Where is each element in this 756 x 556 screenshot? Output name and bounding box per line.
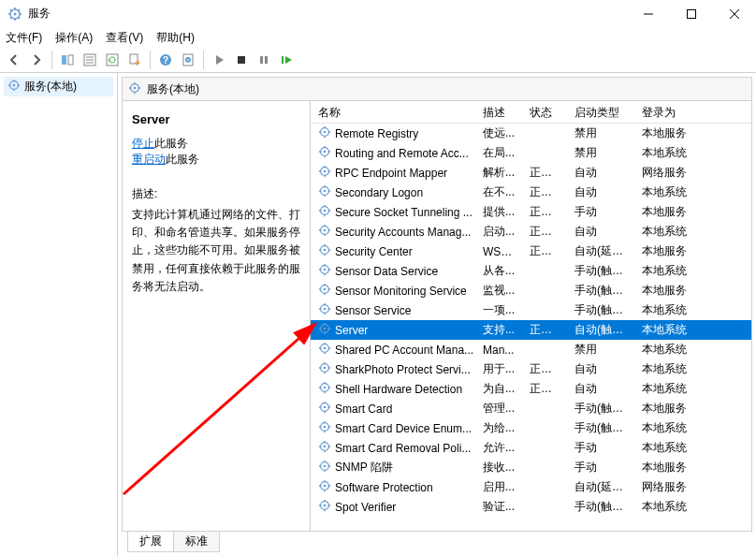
service-status: 正在...: [522, 224, 567, 240]
svg-rect-15: [265, 56, 268, 64]
service-row[interactable]: Shell Hardware Detection为自...正在...自动本地系统: [311, 379, 751, 399]
service-status: 正在...: [522, 381, 567, 397]
show-hide-button[interactable]: [57, 50, 78, 70]
svg-point-34: [324, 249, 327, 252]
service-list: 名称 描述 状态 启动类型 登录为 Remote Registry使远...禁用…: [310, 101, 751, 531]
menu-view[interactable]: 查看(V): [106, 30, 143, 46]
col-name[interactable]: 名称: [311, 101, 475, 123]
service-name: SNMP 陷阱: [335, 460, 393, 476]
title-bar: 服务: [0, 0, 756, 28]
svg-point-60: [324, 505, 327, 507]
col-desc[interactable]: 描述: [475, 101, 522, 123]
properties-button[interactable]: [80, 50, 100, 70]
service-desc: 解析...: [475, 165, 522, 181]
svg-rect-4: [68, 55, 73, 65]
service-row[interactable]: Server支持...正在...自动(触发...本地系统: [311, 320, 751, 340]
menu-help[interactable]: 帮助(H): [156, 30, 195, 46]
help-button[interactable]: ?: [155, 50, 176, 70]
gear-icon: [318, 204, 331, 220]
gear-icon: [318, 381, 331, 397]
service-row[interactable]: Sensor Data Service从各...手动(触发...本地系统: [311, 261, 751, 281]
restart-service-button[interactable]: [276, 50, 297, 70]
service-startup: 手动: [567, 440, 634, 456]
service-row[interactable]: SharkPhoto Protect Servi...用于...正在...自动本…: [311, 359, 751, 379]
service-row[interactable]: Routing and Remote Acc...在局...禁用本地系统: [311, 143, 751, 163]
back-button[interactable]: [4, 50, 24, 70]
forward-button[interactable]: [26, 50, 47, 70]
service-desc: 接收...: [475, 460, 522, 476]
service-row[interactable]: Secondary Logon在不...正在...自动本地系统: [311, 183, 751, 202]
service-row[interactable]: Sensor Service一项...手动(触发...本地系统: [311, 300, 751, 320]
service-status: 正在...: [522, 361, 567, 377]
service-row[interactable]: SNMP 陷阱接收...手动本地服务: [311, 458, 751, 477]
tab-standard[interactable]: 标准: [173, 532, 220, 552]
export-button[interactable]: [124, 50, 145, 70]
svg-point-20: [134, 86, 137, 89]
col-startup[interactable]: 启动类型: [567, 101, 634, 123]
app-icon: [7, 7, 22, 22]
menu-file[interactable]: 文件(F): [6, 30, 42, 46]
col-logon[interactable]: 登录为: [634, 101, 700, 123]
service-desc: 验证...: [475, 499, 522, 515]
restart-link[interactable]: 重启动: [132, 153, 166, 166]
service-startup: 手动: [567, 460, 634, 476]
gear-icon: [128, 81, 141, 97]
separator: [150, 51, 151, 69]
service-row[interactable]: Smart Card Removal Poli...允许...手动本地系统: [311, 438, 751, 458]
service-row[interactable]: Shared PC Account Mana...Man...禁用本地系统: [311, 340, 751, 359]
tree-root-services[interactable]: 服务(本地): [4, 77, 113, 96]
service-row[interactable]: Security Accounts Manag...启动...正在...自动本地…: [311, 222, 751, 241]
svg-point-1: [14, 12, 17, 15]
service-row[interactable]: Security CenterWSC...正在...自动(延迟...本地服务: [311, 241, 751, 261]
service-desc: Man...: [475, 344, 522, 357]
service-desc: 提供...: [475, 204, 522, 220]
service-row[interactable]: Smart Card管理...手动(触发...本地服务: [311, 399, 751, 418]
service-desc: 为给...: [475, 420, 522, 436]
list-body[interactable]: Remote Registry使远...禁用本地服务Routing and Re…: [311, 124, 751, 531]
stop-link[interactable]: 停止: [132, 137, 154, 150]
selected-service-name: Server: [132, 112, 300, 126]
svg-point-42: [324, 328, 327, 330]
menu-action[interactable]: 操作(A): [55, 30, 93, 46]
tab-extended[interactable]: 扩展: [127, 532, 174, 552]
close-button[interactable]: [713, 0, 756, 28]
gear-icon: [318, 165, 331, 181]
col-status[interactable]: 状态: [522, 101, 567, 123]
start-service-button[interactable]: [209, 50, 229, 70]
gear-icon: [318, 145, 331, 161]
maximize-button[interactable]: [670, 0, 713, 28]
service-startup: 手动(触发...: [567, 302, 634, 318]
service-logon: 本地系统: [634, 302, 700, 318]
service-row[interactable]: Spot Verifier验证...手动(触发...本地系统: [311, 497, 751, 517]
refresh-button[interactable]: [102, 50, 123, 70]
stop-service-button[interactable]: [231, 50, 252, 70]
minimize-button[interactable]: [627, 0, 670, 28]
pause-service-button[interactable]: [254, 50, 274, 70]
list-header: 名称 描述 状态 启动类型 登录为: [311, 101, 751, 124]
svg-point-30: [324, 210, 327, 212]
service-desc: 从各...: [475, 263, 522, 279]
service-name: Shell Hardware Detection: [335, 383, 462, 396]
service-name: Smart Card Removal Poli...: [335, 442, 471, 455]
service-row[interactable]: RPC Endpoint Mapper解析...正在...自动网络服务: [311, 163, 751, 183]
service-row[interactable]: Smart Card Device Enum...为给...手动(触发...本地…: [311, 418, 751, 438]
service-logon: 本地服务: [634, 460, 700, 476]
service-row[interactable]: Remote Registry使远...禁用本地服务: [311, 124, 751, 143]
service-row[interactable]: Sensor Monitoring Service监视...手动(触发...本地…: [311, 281, 751, 300]
gear-icon: [318, 479, 331, 495]
svg-point-24: [324, 151, 327, 154]
service-logon: 本地服务: [634, 243, 700, 259]
service-row[interactable]: Secure Socket Tunneling ...提供...正在...手动本…: [311, 202, 751, 222]
service-startup: 禁用: [567, 145, 634, 161]
service-row[interactable]: Software Protection启用...自动(延迟...网络服务: [311, 477, 751, 497]
svg-rect-2: [688, 9, 696, 18]
description-text: 支持此计算机通过网络的文件、打印、和命名管道共享。如果服务停止，这些功能不可用。…: [132, 206, 300, 296]
svg-point-58: [324, 485, 327, 488]
help-topics-button[interactable]: ?: [178, 50, 198, 70]
gear-icon: [318, 460, 331, 476]
service-logon: 本地系统: [634, 342, 700, 358]
service-name: SharkPhoto Protect Servi...: [335, 363, 471, 376]
gear-icon: [318, 302, 331, 318]
gear-icon: [318, 263, 331, 279]
svg-point-46: [324, 367, 327, 370]
